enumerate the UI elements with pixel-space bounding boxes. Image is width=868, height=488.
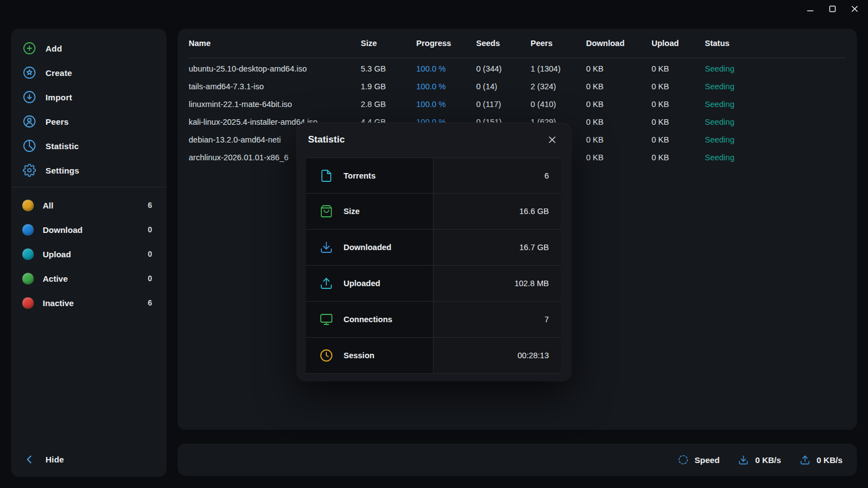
cell-download: 0 KB	[586, 153, 652, 162]
cell-upload: 0 KB	[652, 118, 705, 126]
filter-item-inactive[interactable]: Inactive 6	[11, 291, 166, 315]
sidebar-item-label: Statistic	[46, 141, 79, 151]
upload-speed-indicator: 0 KB/s	[799, 454, 842, 466]
sidebar-item-label: Create	[46, 68, 72, 78]
column-header-upload[interactable]: Upload	[652, 39, 705, 48]
filter-item-active[interactable]: Active 0	[11, 266, 166, 291]
sidebar-item-statistic[interactable]: Statistic	[11, 134, 166, 158]
maximize-button[interactable]	[828, 4, 837, 13]
stat-label: Torrents	[344, 171, 376, 180]
sidebar-item-create[interactable]: Create	[11, 60, 166, 85]
cell-download: 0 KB	[586, 100, 652, 109]
cell-peers: 0 (410)	[531, 100, 586, 109]
minimize-icon	[806, 5, 814, 13]
stat-label: Session	[344, 351, 375, 360]
column-header-status[interactable]: Status	[705, 39, 846, 48]
filter-label: Upload	[43, 250, 139, 259]
filter-item-all[interactable]: All 6	[11, 193, 166, 217]
cell-name: ubuntu-25.10-desktop-amd64.iso	[189, 64, 361, 73]
cell-progress: 100.0 %	[416, 82, 476, 91]
statistic-modal: Statistic Torrents 6	[297, 123, 571, 381]
filter-item-upload[interactable]: Upload 0	[11, 242, 166, 266]
stat-value: 00:28:13	[518, 351, 549, 360]
stat-value: 16.6 GB	[519, 207, 549, 216]
sidebar-item-label: Import	[46, 93, 72, 102]
sidebar-item-peers[interactable]: Peers	[11, 109, 166, 134]
sidebar-collapse-label: Hide	[46, 455, 64, 464]
stat-label: Uploaded	[344, 279, 380, 288]
cell-upload: 0 KB	[652, 153, 705, 162]
cell-seeds: 0 (117)	[476, 100, 531, 109]
filter-label: All	[43, 201, 139, 210]
filter-dot	[22, 224, 34, 236]
monitor-icon	[319, 312, 334, 327]
stat-row-downloaded: Downloaded 16.7 GB	[306, 230, 561, 266]
cell-upload: 0 KB	[652, 82, 705, 91]
sidebar-divider	[11, 187, 166, 187]
window-controls	[806, 0, 868, 18]
import-icon	[22, 90, 37, 104]
stat-row-connections: Connections 7	[306, 302, 561, 338]
cell-status: Seeding	[705, 118, 846, 126]
filter-label: Inactive	[43, 298, 139, 308]
filter-dot	[22, 200, 34, 211]
sidebar-item-settings[interactable]: Settings	[11, 158, 166, 182]
maximize-icon	[829, 5, 836, 13]
speed-icon	[677, 454, 689, 466]
speed-indicator: Speed	[677, 454, 720, 466]
app-window: Add Create Import Peers	[0, 0, 868, 488]
table-row[interactable]: ubuntu-25.10-desktop-amd64.iso 5.3 GB 10…	[189, 60, 846, 78]
filter-count: 6	[148, 201, 152, 210]
table-row[interactable]: linuxmint-22.1-mate-64bit.iso 2.8 GB 100…	[189, 95, 846, 113]
stat-row-size: Size 16.6 GB	[306, 194, 561, 230]
stat-value: 7	[544, 315, 549, 324]
stat-value: 6	[544, 171, 549, 180]
cell-upload: 0 KB	[652, 100, 705, 109]
file-icon	[319, 169, 334, 183]
cell-progress: 100.0 %	[416, 100, 476, 109]
cell-size: 1.9 GB	[361, 82, 416, 91]
column-header-download[interactable]: Download	[586, 39, 652, 48]
cell-status: Seeding	[705, 100, 846, 109]
add-icon	[22, 41, 37, 55]
column-header-peers[interactable]: Peers	[531, 39, 586, 48]
column-header-progress[interactable]: Progress	[416, 39, 476, 48]
download-icon	[319, 240, 334, 255]
cell-size: 5.3 GB	[361, 64, 416, 73]
column-header-seeds[interactable]: Seeds	[476, 39, 531, 48]
statistic-table: Torrents 6 Size 16.6 GB Down	[306, 157, 561, 374]
stat-row-session: Session 00:28:13	[306, 338, 561, 374]
cell-peers: 2 (324)	[531, 82, 586, 91]
speed-label: Speed	[695, 455, 720, 465]
sidebar-item-import[interactable]: Import	[11, 85, 166, 109]
sidebar-item-add[interactable]: Add	[11, 36, 166, 60]
gear-icon	[22, 163, 37, 177]
sidebar-collapse-button[interactable]: Hide	[11, 447, 166, 471]
close-icon	[547, 134, 558, 145]
sidebar: Add Create Import Peers	[11, 29, 166, 477]
cell-download: 0 KB	[586, 64, 652, 73]
column-header-name[interactable]: Name	[189, 39, 361, 48]
cell-size: 2.8 GB	[361, 100, 416, 109]
column-header-size[interactable]: Size	[361, 39, 416, 48]
modal-close-button[interactable]	[546, 133, 559, 146]
table-row[interactable]: tails-amd64-7.3.1-iso 1.9 GB 100.0 % 0 (…	[189, 78, 846, 95]
filter-label: Active	[43, 274, 139, 283]
filter-item-download[interactable]: Download 0	[11, 217, 166, 242]
close-button[interactable]	[850, 4, 859, 13]
cell-status: Seeding	[705, 64, 846, 73]
sidebar-menu: Add Create Import Peers	[11, 29, 166, 315]
upload-icon	[319, 276, 334, 291]
stat-row-torrents: Torrents 6	[306, 157, 561, 194]
filter-count: 6	[148, 298, 152, 307]
cell-upload: 0 KB	[652, 64, 705, 73]
stat-value: 102.8 MB	[514, 279, 549, 288]
upload-icon	[799, 454, 811, 466]
cell-progress: 100.0 %	[416, 64, 476, 73]
shopping-bag-icon	[319, 204, 334, 218]
peers-icon	[22, 114, 37, 129]
minimize-button[interactable]	[806, 4, 815, 13]
cell-download: 0 KB	[586, 135, 652, 144]
stat-label: Size	[344, 207, 360, 216]
cell-download: 0 KB	[586, 82, 652, 91]
